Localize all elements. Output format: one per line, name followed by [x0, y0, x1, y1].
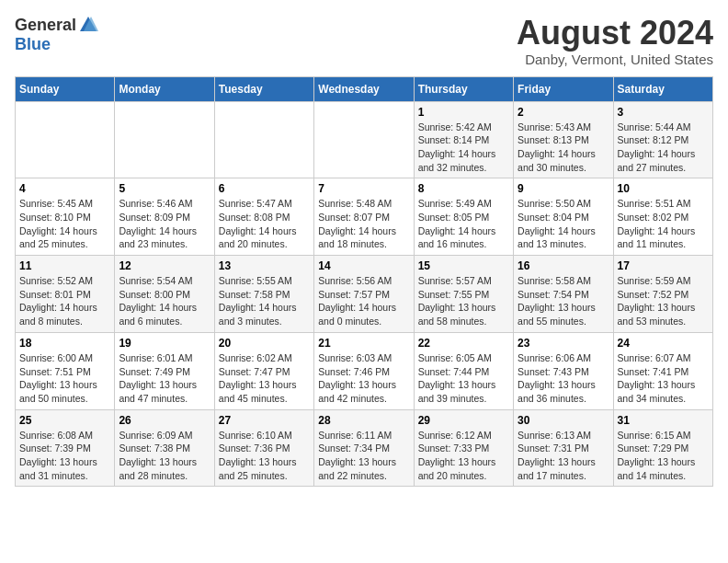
- day-number: 19: [119, 337, 210, 350]
- weekday-header-friday: Friday: [514, 76, 613, 101]
- calendar-cell: 18Sunrise: 6:00 AM Sunset: 7:51 PM Dayli…: [16, 332, 115, 409]
- day-number: 29: [418, 414, 509, 427]
- calendar-cell: 16Sunrise: 5:58 AM Sunset: 7:54 PM Dayli…: [514, 256, 613, 333]
- calendar-cell: 30Sunrise: 6:13 AM Sunset: 7:31 PM Dayli…: [514, 409, 613, 487]
- calendar-cell: 25Sunrise: 6:08 AM Sunset: 7:39 PM Dayli…: [16, 409, 115, 487]
- calendar-cell: 13Sunrise: 5:55 AM Sunset: 7:58 PM Dayli…: [214, 256, 313, 333]
- day-info: Sunrise: 6:12 AM Sunset: 7:33 PM Dayligh…: [418, 429, 509, 483]
- calendar-cell: 23Sunrise: 6:06 AM Sunset: 7:43 PM Dayli…: [514, 332, 613, 409]
- calendar-week-row: 25Sunrise: 6:08 AM Sunset: 7:39 PM Dayli…: [16, 409, 713, 487]
- day-number: 6: [219, 182, 310, 195]
- day-info: Sunrise: 5:43 AM Sunset: 8:13 PM Dayligh…: [518, 121, 609, 175]
- logo-general-text: General: [15, 16, 76, 35]
- weekday-header-sunday: Sunday: [16, 76, 115, 101]
- title-section: August 2024 Danby, Vermont, United State…: [517, 15, 713, 67]
- calendar-cell: 27Sunrise: 6:10 AM Sunset: 7:36 PM Dayli…: [214, 409, 313, 487]
- day-info: Sunrise: 5:44 AM Sunset: 8:12 PM Dayligh…: [618, 121, 709, 175]
- calendar-cell: [115, 101, 214, 178]
- calendar-week-row: 1Sunrise: 5:42 AM Sunset: 8:14 PM Daylig…: [16, 101, 713, 178]
- calendar-cell: 6Sunrise: 5:47 AM Sunset: 8:08 PM Daylig…: [214, 178, 313, 256]
- day-info: Sunrise: 6:09 AM Sunset: 7:38 PM Dayligh…: [119, 429, 210, 483]
- day-number: 26: [119, 414, 210, 427]
- calendar-cell: 22Sunrise: 6:05 AM Sunset: 7:44 PM Dayli…: [414, 332, 513, 409]
- calendar-week-row: 4Sunrise: 5:45 AM Sunset: 8:10 PM Daylig…: [16, 178, 713, 256]
- day-info: Sunrise: 6:13 AM Sunset: 7:31 PM Dayligh…: [518, 429, 609, 483]
- location-subtitle: Danby, Vermont, United States: [517, 52, 713, 67]
- day-number: 1: [418, 106, 509, 119]
- day-number: 11: [19, 259, 110, 272]
- day-info: Sunrise: 5:56 AM Sunset: 7:57 PM Dayligh…: [318, 274, 409, 328]
- calendar-cell: 11Sunrise: 5:52 AM Sunset: 8:01 PM Dayli…: [16, 256, 115, 333]
- day-number: 14: [318, 259, 409, 272]
- day-info: Sunrise: 5:51 AM Sunset: 8:02 PM Dayligh…: [618, 197, 709, 251]
- day-number: 16: [518, 259, 609, 272]
- day-info: Sunrise: 6:15 AM Sunset: 7:29 PM Dayligh…: [618, 429, 709, 483]
- logo-icon: [78, 15, 98, 35]
- day-number: 20: [219, 337, 310, 350]
- calendar-cell: 21Sunrise: 6:03 AM Sunset: 7:46 PM Dayli…: [314, 332, 414, 409]
- day-number: 18: [19, 337, 110, 350]
- calendar-cell: 1Sunrise: 5:42 AM Sunset: 8:14 PM Daylig…: [414, 101, 513, 178]
- day-number: 31: [618, 414, 709, 427]
- day-number: 23: [518, 337, 609, 350]
- calendar-cell: 26Sunrise: 6:09 AM Sunset: 7:38 PM Dayli…: [115, 409, 214, 487]
- day-info: Sunrise: 6:08 AM Sunset: 7:39 PM Dayligh…: [19, 429, 110, 483]
- calendar-cell: 19Sunrise: 6:01 AM Sunset: 7:49 PM Dayli…: [115, 332, 214, 409]
- day-info: Sunrise: 5:55 AM Sunset: 7:58 PM Dayligh…: [219, 274, 310, 328]
- day-number: 3: [618, 106, 709, 119]
- weekday-header-monday: Monday: [115, 76, 214, 101]
- day-number: 30: [518, 414, 609, 427]
- calendar-cell: 9Sunrise: 5:50 AM Sunset: 8:04 PM Daylig…: [514, 178, 613, 256]
- weekday-header-saturday: Saturday: [613, 76, 712, 101]
- day-info: Sunrise: 6:07 AM Sunset: 7:41 PM Dayligh…: [618, 351, 709, 406]
- day-info: Sunrise: 5:52 AM Sunset: 8:01 PM Dayligh…: [19, 274, 110, 328]
- day-number: 5: [119, 182, 210, 195]
- weekday-header-tuesday: Tuesday: [214, 76, 313, 101]
- day-info: Sunrise: 6:05 AM Sunset: 7:44 PM Dayligh…: [418, 351, 509, 406]
- day-number: 12: [119, 259, 210, 272]
- calendar-cell: 5Sunrise: 5:46 AM Sunset: 8:09 PM Daylig…: [115, 178, 214, 256]
- day-info: Sunrise: 5:49 AM Sunset: 8:05 PM Dayligh…: [418, 197, 509, 251]
- day-info: Sunrise: 5:45 AM Sunset: 8:10 PM Dayligh…: [19, 197, 110, 251]
- calendar-cell: 10Sunrise: 5:51 AM Sunset: 8:02 PM Dayli…: [613, 178, 712, 256]
- month-year-title: August 2024: [517, 15, 713, 52]
- calendar-cell: 20Sunrise: 6:02 AM Sunset: 7:47 PM Dayli…: [214, 332, 313, 409]
- day-number: 21: [318, 337, 409, 350]
- calendar-cell: 3Sunrise: 5:44 AM Sunset: 8:12 PM Daylig…: [613, 101, 712, 178]
- day-number: 2: [518, 106, 609, 119]
- calendar-cell: 31Sunrise: 6:15 AM Sunset: 7:29 PM Dayli…: [613, 409, 712, 487]
- day-number: 25: [19, 414, 110, 427]
- page-header: General Blue August 2024 Danby, Vermont,…: [15, 15, 713, 67]
- calendar-cell: 29Sunrise: 6:12 AM Sunset: 7:33 PM Dayli…: [414, 409, 513, 487]
- calendar-cell: [16, 101, 115, 178]
- day-number: 27: [219, 414, 310, 427]
- day-info: Sunrise: 5:58 AM Sunset: 7:54 PM Dayligh…: [518, 274, 609, 328]
- day-info: Sunrise: 5:54 AM Sunset: 8:00 PM Dayligh…: [119, 274, 210, 328]
- calendar-cell: 7Sunrise: 5:48 AM Sunset: 8:07 PM Daylig…: [314, 178, 414, 256]
- day-number: 10: [618, 182, 709, 195]
- day-info: Sunrise: 6:03 AM Sunset: 7:46 PM Dayligh…: [318, 351, 409, 406]
- calendar-cell: 15Sunrise: 5:57 AM Sunset: 7:55 PM Dayli…: [414, 256, 513, 333]
- day-info: Sunrise: 6:00 AM Sunset: 7:51 PM Dayligh…: [19, 351, 110, 406]
- calendar-cell: [214, 101, 313, 178]
- calendar-week-row: 11Sunrise: 5:52 AM Sunset: 8:01 PM Dayli…: [16, 256, 713, 333]
- day-number: 13: [219, 259, 310, 272]
- day-number: 17: [618, 259, 709, 272]
- calendar-cell: 17Sunrise: 5:59 AM Sunset: 7:52 PM Dayli…: [613, 256, 712, 333]
- calendar-cell: 4Sunrise: 5:45 AM Sunset: 8:10 PM Daylig…: [16, 178, 115, 256]
- day-number: 8: [418, 182, 509, 195]
- day-info: Sunrise: 5:47 AM Sunset: 8:08 PM Dayligh…: [219, 197, 310, 251]
- day-info: Sunrise: 6:10 AM Sunset: 7:36 PM Dayligh…: [219, 429, 310, 483]
- calendar-cell: 14Sunrise: 5:56 AM Sunset: 7:57 PM Dayli…: [314, 256, 414, 333]
- calendar-cell: [314, 101, 414, 178]
- logo: General Blue: [15, 15, 98, 54]
- calendar-cell: 12Sunrise: 5:54 AM Sunset: 8:00 PM Dayli…: [115, 256, 214, 333]
- day-number: 28: [318, 414, 409, 427]
- calendar-week-row: 18Sunrise: 6:00 AM Sunset: 7:51 PM Dayli…: [16, 332, 713, 409]
- calendar-cell: 2Sunrise: 5:43 AM Sunset: 8:13 PM Daylig…: [514, 101, 613, 178]
- calendar-cell: 8Sunrise: 5:49 AM Sunset: 8:05 PM Daylig…: [414, 178, 513, 256]
- day-number: 24: [618, 337, 709, 350]
- calendar-table: SundayMondayTuesdayWednesdayThursdayFrid…: [15, 76, 713, 488]
- weekday-header-thursday: Thursday: [414, 76, 513, 101]
- day-number: 9: [518, 182, 609, 195]
